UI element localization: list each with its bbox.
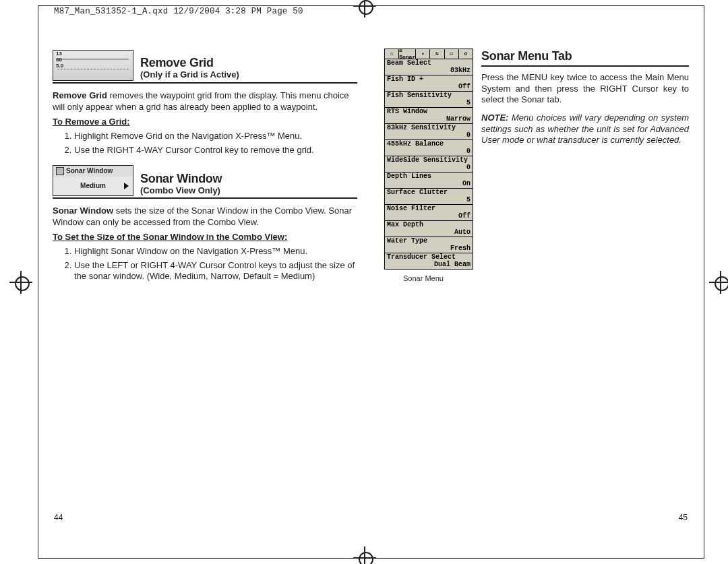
lcd-menu-row: RTS WindowNarrow	[385, 107, 473, 123]
page-number-right: 45	[679, 513, 688, 522]
lcd-menu-row: 455kHz Balance0	[385, 139, 473, 156]
lcd-menu-row: Noise FilterOff	[385, 204, 473, 220]
page: M87_Man_531352-1_A.qxd 12/9/2004 3:28 PM…	[0, 0, 728, 564]
sonar-menu-block: ⌂≋ Sonar✦⇆▭✿ Beam Select83kHzFish ID +Of…	[384, 49, 473, 283]
registration-mark-icon	[709, 271, 728, 294]
lcd-menu-row: 83kHz Sensitivity0	[385, 123, 473, 139]
left-column: Remove Grid (Only if a Grid is Active) R…	[53, 49, 357, 524]
sonar-menu-text: Sonar Menu Tab Press the MENU key twice …	[481, 49, 689, 150]
lcd-menu-row: Depth LinesOn	[385, 172, 473, 188]
section-title: Sonar Menu Tab	[481, 49, 689, 64]
note-paragraph: NOTE: Menu choices will vary depending o…	[481, 113, 689, 146]
section-paragraph: Press the MENU key twice to access the M…	[481, 72, 689, 106]
section-sonar-window-header: Sonar Window Medium Sonar Window (Combo …	[53, 165, 357, 199]
list-item: Use the RIGHT 4-WAY Cursor Control key t…	[74, 145, 357, 156]
registration-mark-icon	[9, 271, 32, 294]
lcd-tab: ✦	[416, 49, 430, 59]
howto-heading: To Remove a Grid:	[53, 117, 357, 128]
list-item: Use the LEFT or RIGHT 4-WAY Cursor Contr…	[74, 260, 357, 282]
right-column: ⌂≋ Sonar✦⇆▭✿ Beam Select83kHzFish ID +Of…	[384, 49, 689, 524]
section-subtitle: (Only if a Grid is Active)	[140, 69, 239, 81]
page-number-left: 44	[54, 513, 63, 522]
lcd-tab: ⇆	[430, 49, 444, 59]
lcd-menu-row: Transducer SelectDual Beam	[385, 253, 473, 269]
registration-mark-icon	[353, 546, 376, 564]
steps-list: Highlight Sonar Window on the Navigation…	[53, 246, 357, 282]
list-item: Highlight Remove Grid on the Navigation …	[74, 131, 357, 142]
file-info: M87_Man_531352-1_A.qxd 12/9/2004 3:28 PM…	[54, 7, 303, 16]
sonar-menu-lcd: ⌂≋ Sonar✦⇆▭✿ Beam Select83kHzFish ID +Of…	[384, 49, 473, 270]
section-subtitle: (Combo View Only)	[140, 185, 222, 197]
lcd-tab: ⌂	[385, 49, 399, 59]
lcd-menu-row: Fish ID +Off	[385, 75, 473, 91]
howto-heading: To Set the Size of the Sonar Window in t…	[53, 232, 357, 243]
lcd-tab: ▭	[445, 49, 459, 59]
lcd-caption: Sonar Menu	[384, 274, 473, 283]
lcd-menu-row: Surface Clutter5	[385, 188, 473, 204]
section-remove-grid-header: Remove Grid (Only if a Grid is Active)	[53, 50, 357, 84]
section-title: Remove Grid	[140, 57, 239, 69]
sonar-window-thumb-icon: Sonar Window Medium	[53, 165, 133, 196]
list-item: Highlight Sonar Window on the Navigation…	[74, 246, 357, 257]
spread: Remove Grid (Only if a Grid is Active) R…	[53, 49, 689, 524]
lcd-menu-row: Fish Sensitivity5	[385, 91, 473, 107]
lcd-menu-row: Beam Select83kHz	[385, 59, 473, 75]
lcd-tab-strip: ⌂≋ Sonar✦⇆▭✿	[385, 49, 473, 59]
map-thumb-icon	[53, 50, 133, 81]
lcd-menu-row: Max DepthAuto	[385, 220, 473, 237]
section-paragraph: Remove Grid removes the waypoint grid fr…	[53, 90, 357, 113]
steps-list: Highlight Remove Grid on the Navigation …	[53, 131, 357, 156]
section-paragraph: Sonar Window sets the size of the Sonar …	[53, 206, 357, 228]
lcd-menu-row: Water TypeFresh	[385, 237, 473, 253]
lcd-tab: ≋ Sonar	[399, 49, 416, 59]
lcd-tab: ✿	[459, 49, 473, 59]
lcd-menu-row: WideSide Sensitivity0	[385, 156, 473, 172]
section-title: Sonar Window	[140, 173, 222, 185]
registration-mark-icon	[353, 0, 376, 18]
